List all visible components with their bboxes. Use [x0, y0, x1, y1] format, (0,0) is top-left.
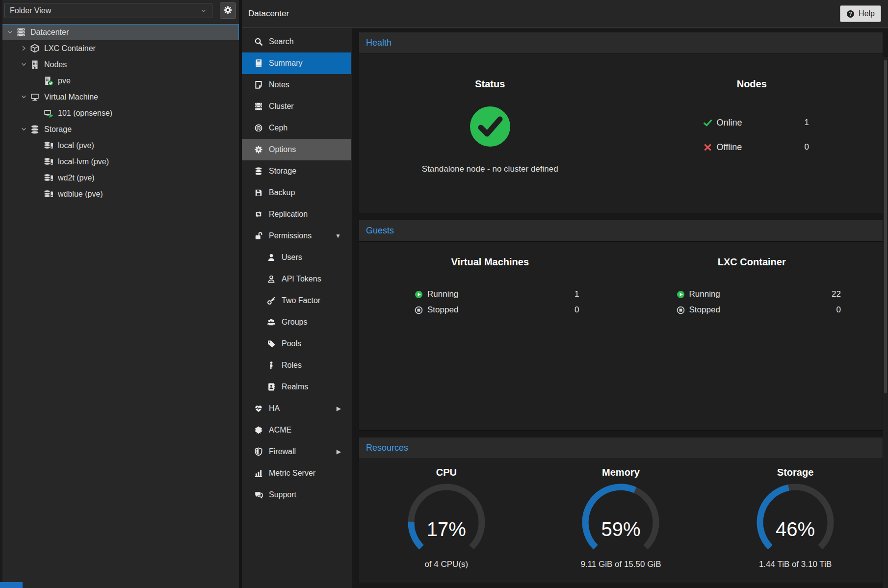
- nav-item-label: Realms: [282, 383, 308, 391]
- content-scrollbar[interactable]: [883, 57, 888, 588]
- nav-item-ceph[interactable]: Ceph: [242, 117, 351, 139]
- status-label: Stopped: [689, 305, 720, 315]
- gauge-percent: 17%: [400, 518, 493, 540]
- running-icon: [677, 290, 685, 299]
- tree-expander-icon[interactable]: [19, 61, 28, 69]
- tree-item-storage[interactable]: Storage: [0, 121, 239, 137]
- nav-item-label: Search: [269, 37, 294, 46]
- tree-expander-icon[interactable]: [5, 28, 15, 36]
- nav-item-label: Support: [269, 490, 296, 499]
- nav-item-replication[interactable]: Replication: [242, 204, 351, 225]
- help-label: Help: [859, 9, 875, 18]
- status-header: Status: [359, 78, 621, 90]
- tree-item-label: Datacenter: [30, 28, 69, 37]
- tree-item-pve[interactable]: pve: [0, 73, 239, 89]
- tree-toolbar: Folder View: [0, 0, 239, 22]
- nav-item-ha[interactable]: HA▶: [242, 398, 351, 419]
- content-header: Datacenter ? Help: [242, 0, 888, 28]
- nav-item-permissions[interactable]: Permissions▼: [242, 225, 351, 247]
- nav-item-storage[interactable]: Storage: [242, 160, 351, 182]
- running-icon: [415, 290, 423, 299]
- chevron-down-icon: [200, 7, 207, 14]
- nav-item-label: Roles: [282, 361, 302, 370]
- nav-item-notes[interactable]: Notes: [242, 74, 351, 96]
- nodes-status-rows: Online1Offline0: [704, 110, 810, 159]
- status-row-running: Running1: [415, 286, 579, 302]
- check-icon: [704, 119, 712, 127]
- nav-item-pools[interactable]: Pools: [242, 333, 351, 355]
- status-text: Standalone node - no cluster defined: [359, 164, 621, 174]
- submenu-expanded-icon: ▼: [335, 232, 341, 239]
- storage-drive-icon: [44, 157, 53, 167]
- nav-item-firewall[interactable]: Firewall▶: [242, 441, 351, 462]
- comments-icon: [254, 490, 263, 499]
- tree-item-label: wd2t (pve): [58, 174, 95, 182]
- tree-item-label: Virtual Machine: [44, 93, 98, 102]
- section-nav: SearchSummaryNotesClusterCephOptionsStor…: [242, 28, 351, 588]
- scrollbar-thumb[interactable]: [884, 60, 887, 393]
- guests-column-title: Virtual Machines: [359, 256, 621, 268]
- nav-item-label: Options: [269, 145, 296, 154]
- user-outline-icon: [267, 275, 276, 283]
- gauge-sublabel: 1.44 TiB of 3.10 TiB: [708, 560, 883, 569]
- nav-item-groups[interactable]: Groups: [242, 311, 351, 333]
- help-button[interactable]: ? Help: [840, 5, 881, 22]
- view-mode-select[interactable]: Folder View: [4, 3, 212, 18]
- nav-item-label: Permissions: [269, 231, 312, 240]
- nav-item-support[interactable]: Support: [242, 484, 351, 506]
- tree-expander-icon[interactable]: [19, 45, 28, 52]
- guests-panel: Guests Virtual MachinesRunning1Stopped0L…: [359, 220, 883, 431]
- nav-item-api-tokens[interactable]: API Tokens: [242, 268, 351, 290]
- tree-expander-icon[interactable]: [19, 126, 28, 133]
- replication-icon: [254, 210, 263, 219]
- status-value: 0: [836, 305, 841, 315]
- health-panel: Health Status Standalone node - no clust…: [359, 32, 883, 213]
- nav-item-realms[interactable]: Realms: [242, 376, 351, 398]
- nav-item-two-factor[interactable]: Two Factor: [242, 290, 351, 311]
- gauge-title: Storage: [708, 467, 883, 478]
- view-mode-value: Folder View: [10, 6, 51, 15]
- gauge-title: Memory: [534, 467, 708, 478]
- tree-settings-button[interactable]: [220, 2, 236, 19]
- resource-tree: DatacenterLXC ContainerNodespveVirtual M…: [0, 24, 239, 202]
- tree-item-label: 101 (opnsense): [58, 109, 112, 118]
- nav-item-cluster[interactable]: Cluster: [242, 96, 351, 117]
- tree-item-local-pve[interactable]: local (pve): [0, 137, 239, 153]
- cluster-icon: [254, 102, 263, 111]
- tree-item-datacenter[interactable]: Datacenter: [0, 24, 239, 40]
- nav-item-label: Storage: [269, 167, 296, 176]
- nav-item-label: Firewall: [269, 447, 296, 456]
- tree-item-lxc-container[interactable]: LXC Container: [0, 40, 239, 56]
- guests-column-title: LXC Container: [621, 256, 883, 268]
- tree-item-101-opnsense[interactable]: 101 (opnsense): [0, 105, 239, 121]
- tree-expander-spacer: [32, 158, 42, 166]
- nav-item-backup[interactable]: Backup: [242, 182, 351, 204]
- nav-item-metric-server[interactable]: Metric Server: [242, 462, 351, 484]
- nav-item-label: Notes: [269, 80, 289, 89]
- nav-item-search[interactable]: Search: [242, 31, 351, 52]
- tree-expander-icon[interactable]: [19, 93, 28, 101]
- nav-item-summary[interactable]: Summary: [242, 52, 351, 74]
- nav-item-label: Pools: [282, 339, 301, 348]
- nav-item-label: Backup: [269, 188, 295, 197]
- tree-item-wdblue-pve[interactable]: wdblue (pve): [0, 186, 239, 202]
- status-value: 0: [575, 305, 579, 315]
- tree-item-virtual-machine[interactable]: Virtual Machine: [0, 89, 239, 105]
- heartbeat-icon: [254, 404, 263, 413]
- nav-item-users[interactable]: Users: [242, 247, 351, 268]
- tree-item-nodes[interactable]: Nodes: [0, 56, 239, 73]
- tree-item-local-lvm-pve[interactable]: local-lvm (pve): [0, 153, 239, 170]
- status-value: 22: [832, 289, 841, 299]
- tree-item-label: Storage: [44, 125, 72, 134]
- nav-item-options[interactable]: Options: [242, 139, 351, 160]
- question-circle-icon: ?: [846, 10, 855, 18]
- nav-item-acme[interactable]: ACME: [242, 419, 351, 441]
- nav-item-roles[interactable]: Roles: [242, 355, 351, 376]
- nav-item-label: Cluster: [269, 102, 294, 111]
- vm-running-icon: [44, 108, 53, 118]
- cluster-status-column: Status Standalone node - no cluster defi…: [359, 54, 621, 213]
- datacenter-icon: [16, 27, 26, 37]
- status-value: 1: [575, 289, 579, 299]
- seal-icon: [254, 426, 263, 435]
- tree-item-wd2t-pve[interactable]: wd2t (pve): [0, 170, 239, 186]
